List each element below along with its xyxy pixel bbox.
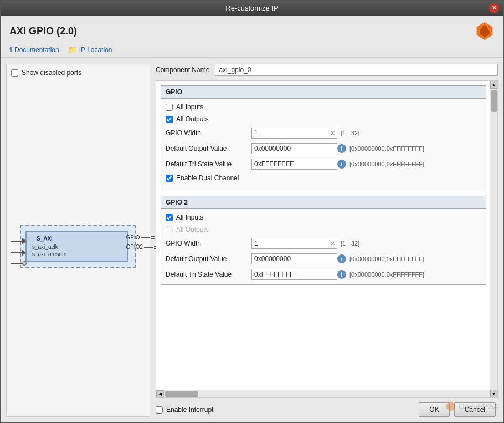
app-title-row: AXI GPIO (2.0) — [9, 21, 495, 41]
default-tri-input-container: i — [251, 159, 346, 170]
gpio2-all-inputs-row: All Inputs — [166, 213, 481, 221]
app-title: AXI GPIO (2.0) — [9, 26, 77, 37]
gpio-width-range: [1 - 32] — [341, 130, 359, 136]
gpio2-default-output-input-wrap: i [0x00000000,0xFFFFFFFF] — [251, 253, 481, 264]
nav-bar: ℹ Documentation 📁 IP Location — [9, 45, 495, 54]
gpio2-width-input-wrap: ✕ [1 - 32] — [251, 238, 481, 249]
bottom-row: Enable Interrupt OK Cancel — [156, 402, 498, 417]
gpio2-default-tri-row: Default Tri State Value i [0x00000000,0x… — [166, 269, 481, 280]
gpio2-default-tri-range: [0x00000000,0xFFFFFFFF] — [349, 271, 424, 278]
main-content: Show disabled ports — [1, 58, 503, 422]
gpio2-width-input[interactable] — [251, 238, 337, 249]
show-disabled-checkbox[interactable] — [11, 69, 18, 77]
ip-location-label: IP Location — [79, 46, 112, 54]
header-area: AXI GPIO (2.0) ℹ Documentation 📁 IP Loca… — [1, 16, 503, 58]
gpio2-all-outputs-checkbox[interactable] — [166, 226, 173, 233]
all-outputs-label[interactable]: All Outputs — [176, 115, 209, 123]
gpio-section: GPIO All Inputs All Outputs — [161, 85, 486, 191]
gpio2-all-outputs-label[interactable]: All Outputs — [176, 226, 209, 233]
scroll-track — [490, 89, 497, 390]
h-track — [164, 390, 490, 397]
gpio2-all-outputs-row: All Outputs — [166, 226, 481, 233]
gpio2-default-tri-input[interactable] — [251, 269, 337, 280]
documentation-label: Documentation — [14, 46, 59, 54]
gpio2-default-tri-input-container: i — [251, 269, 346, 280]
gpio-section-header: GPIO — [161, 86, 486, 99]
component-diagram: S_AXI s_axi_aclk s_axi_aresetn GPIO — [11, 81, 145, 412]
gpio-width-input-container: ✕ — [251, 128, 337, 139]
close-button[interactable]: ✕ — [489, 3, 499, 13]
main-window: Re-customize IP ✕ AXI GPIO (2.0) ℹ Docum… — [0, 0, 504, 423]
cancel-button[interactable]: Cancel — [454, 402, 496, 417]
enable-dual-label[interactable]: Enable Dual Channel — [176, 174, 239, 182]
default-output-input[interactable] — [251, 143, 337, 154]
gpio2-default-output-input[interactable] — [251, 253, 337, 264]
documentation-link[interactable]: ℹ Documentation — [9, 45, 59, 54]
config-content: GPIO All Inputs All Outputs — [156, 81, 497, 390]
default-output-range: [0x00000000,0xFFFFFFFF] — [349, 145, 424, 152]
ip-location-link[interactable]: 📁 IP Location — [68, 45, 112, 54]
default-tri-input[interactable] — [251, 159, 337, 170]
gpio2-port-label: GPIO2 — [126, 244, 143, 250]
default-output-input-container: i — [251, 143, 346, 154]
all-outputs-checkbox[interactable] — [166, 116, 173, 123]
gpio-right-port: GPIO — [126, 235, 158, 241]
default-tri-row: Default Tri State Value i [0x00000000,0x… — [166, 159, 481, 170]
gpio2-width-range: [1 - 32] — [341, 240, 359, 247]
gpio2-section-header: GPIO 2 — [161, 196, 486, 209]
show-disabled-label[interactable]: Show disabled ports — [22, 69, 81, 77]
all-inputs-checkbox[interactable] — [166, 104, 173, 111]
gpio-width-row: GPIO Width ✕ [1 - 32] — [166, 128, 481, 139]
gpio2-right-port: GPIO2 — [126, 244, 158, 250]
gpio2-width-label: GPIO Width — [166, 239, 251, 247]
default-tri-input-wrap: i [0x00000000,0xFFFFFFFF] — [251, 159, 481, 170]
ok-button[interactable]: OK — [419, 402, 449, 417]
gpio2-default-output-input-container: i — [251, 253, 346, 264]
default-tri-label: Default Tri State Value — [166, 160, 251, 168]
scroll-left-arrow[interactable]: ◀ — [156, 390, 164, 398]
enable-interrupt-label[interactable]: Enable Interrupt — [166, 406, 213, 414]
enable-dual-checkbox[interactable] — [166, 175, 173, 182]
component-name-row: Component Name — [156, 64, 498, 76]
gpio2-default-output-range: [0x00000000,0xFFFFFFFF] — [349, 256, 424, 262]
gpio2-default-tri-info-icon[interactable]: i — [337, 270, 346, 279]
component-name-input[interactable] — [215, 64, 498, 76]
default-tri-info-icon[interactable]: i — [337, 160, 346, 169]
s-axi-aresetn-label: s_axi_aresetn — [32, 251, 123, 257]
default-output-label: Default Output Value — [166, 145, 251, 152]
default-output-input-wrap: i [0x00000000,0xFFFFFFFF] — [251, 143, 481, 154]
gpio-width-label: GPIO Width — [166, 129, 251, 137]
gpio2-all-inputs-checkbox[interactable] — [166, 214, 173, 221]
gpio2-section-body: All Inputs All Outputs GPIO Width — [161, 209, 486, 284]
enable-interrupt-row: Enable Interrupt — [156, 406, 213, 414]
horizontal-scrollbar[interactable]: ◀ ▶ — [156, 390, 497, 397]
default-output-info-icon[interactable]: i — [337, 144, 346, 153]
info-nav-icon: ℹ — [9, 45, 12, 54]
default-output-row: Default Output Value i [0x00000000,0xFFF… — [166, 143, 481, 154]
gpio2-default-output-info-icon[interactable]: i — [337, 254, 346, 263]
h-thumb[interactable] — [165, 391, 198, 397]
right-panel: Component Name GPIO All Inputs — [156, 64, 498, 417]
enable-interrupt-checkbox[interactable] — [156, 406, 163, 414]
s-axi-port — [11, 238, 27, 244]
s-axi-label: S_AXI — [37, 236, 123, 242]
scroll-thumb[interactable] — [491, 90, 497, 112]
s-axi-aresetn-port — [11, 261, 27, 266]
s-axi-aclk-label: s_axi_aclk — [32, 244, 123, 250]
folder-nav-icon: 📁 — [68, 45, 77, 54]
gpio-port-label: GPIO — [126, 235, 140, 241]
vertical-scrollbar[interactable]: ▲ ▼ — [490, 81, 497, 390]
all-inputs-label[interactable]: All Inputs — [176, 103, 203, 111]
gpio2-width-clear-icon[interactable]: ✕ — [330, 240, 335, 247]
scroll-up-arrow[interactable]: ▲ — [490, 81, 498, 89]
titlebar: Re-customize IP ✕ — [1, 1, 503, 16]
gpio2-all-inputs-label[interactable]: All Inputs — [176, 213, 203, 221]
gpio2-width-row: GPIO Width ✕ [1 - 32] — [166, 238, 481, 249]
gpio2-default-tri-input-wrap: i [0x00000000,0xFFFFFFFF] — [251, 269, 481, 280]
gpio-width-clear-icon[interactable]: ✕ — [330, 130, 335, 137]
logo-icon — [475, 21, 495, 41]
gpio-width-input[interactable] — [251, 128, 337, 139]
all-inputs-row: All Inputs — [166, 103, 481, 111]
gpio2-default-output-row: Default Output Value i [0x00000000,0xFFF… — [166, 253, 481, 264]
component-name-label: Component Name — [156, 66, 209, 74]
